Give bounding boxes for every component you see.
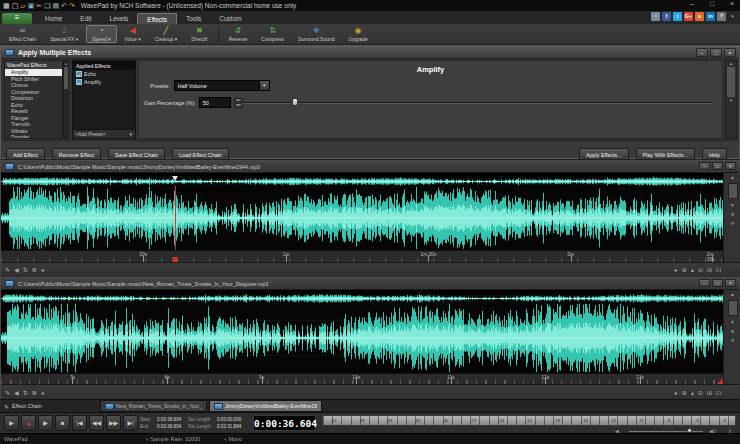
scroll-down-icon[interactable]: ▼: [730, 202, 735, 208]
effects-panel-scrollbar[interactable]: ▲ ▼: [725, 60, 737, 139]
ribbon-reverse-button[interactable]: ⇵Reverse: [223, 25, 254, 43]
facebook-icon[interactable]: f: [662, 12, 671, 21]
applied-effect-row[interactable]: ✓Amplify: [73, 78, 135, 86]
zoom-in-icon[interactable]: ⊕: [682, 266, 687, 273]
minimize-button[interactable]: –: [699, 279, 710, 287]
skip-to-end-button[interactable]: ▶|: [123, 415, 138, 431]
scroll-up-icon[interactable]: ▲: [64, 61, 68, 66]
zoom-full-icon[interactable]: ⊞: [707, 266, 712, 273]
share-icon[interactable]: a: [695, 12, 704, 21]
sample-rate[interactable]: Sample Rate: 32000: [150, 436, 222, 442]
applied-effects-list[interactable]: Applied Effects ✓Echo✓Amplify <Add Prese…: [72, 60, 136, 139]
ribbon-compress-button[interactable]: ⇅Compress: [255, 25, 290, 43]
zoom-out-icon[interactable]: ⊖: [698, 389, 703, 396]
scroll-thumb[interactable]: [728, 300, 738, 316]
channel-up-down-icon[interactable]: ⇅: [23, 266, 28, 273]
twitter-icon[interactable]: t: [673, 12, 682, 21]
track1-waveform[interactable]: [1, 186, 723, 250]
maximize-button[interactable]: □: [712, 279, 723, 287]
levels-list-icon[interactable]: ≣: [32, 266, 37, 273]
minimize-button[interactable]: –: [686, 0, 698, 7]
maximize-button[interactable]: □: [712, 162, 723, 170]
vertical-zoom-in-icon[interactable]: ⊕: [730, 211, 734, 217]
scroll-thumb[interactable]: [64, 67, 68, 89]
scroll-down-icon[interactable]: ▼: [729, 98, 733, 103]
fast-forward-button[interactable]: ▶▶: [106, 415, 121, 431]
copy-icon[interactable]: ❏: [44, 1, 50, 10]
ribbon-voice-button[interactable]: ◀Voice ▾: [119, 25, 147, 43]
presets-dropdown[interactable]: Half Volume ▼: [174, 80, 270, 91]
checkbox-checked-icon[interactable]: ✓: [76, 71, 82, 77]
minimize-button[interactable]: –: [696, 48, 708, 57]
cursor-play-icon[interactable]: ▸: [675, 266, 678, 273]
checkbox-checked-icon[interactable]: ✓: [76, 79, 82, 85]
scroll-thumb[interactable]: [727, 67, 735, 97]
cut-icon[interactable]: ✂: [36, 1, 42, 10]
open-folder-icon[interactable]: ▱: [20, 1, 25, 10]
zoom-selection-icon[interactable]: ⊡: [716, 266, 721, 273]
zoom-selection-icon[interactable]: ⊡: [716, 389, 721, 396]
vertical-zoom-out-icon[interactable]: ⊖: [730, 337, 734, 343]
main-menu-button[interactable]: ≡: [2, 13, 32, 24]
gain-value-input[interactable]: 50: [199, 97, 231, 108]
draw-tool-icon[interactable]: ✎: [5, 266, 10, 273]
scroll-up-icon[interactable]: ▲: [729, 61, 733, 66]
ribbon-upgrade-button[interactable]: ◉Upgrade: [343, 25, 374, 43]
track2-waveform[interactable]: [1, 303, 723, 373]
close-button[interactable]: ×: [724, 48, 736, 57]
scroll-down-icon[interactable]: ▼: [730, 319, 735, 325]
track1-titlebar[interactable]: C:\Users\Public\Music\Sample Music\Sampl…: [1, 161, 739, 173]
zoom-slider-icon[interactable]: ▴: [691, 389, 694, 396]
zoom-full-icon[interactable]: ⊞: [707, 389, 712, 396]
effects-window-titlebar[interactable]: Apply Multiple Effects –□×: [1, 46, 739, 59]
file-tab[interactable]: New_Roman_Times_Smoke_In_Your_: [100, 400, 207, 412]
channel-mode[interactable]: Mono: [229, 436, 243, 442]
track2-overview-strip[interactable]: [1, 290, 723, 302]
menu-tab-levels[interactable]: Levels: [101, 13, 138, 24]
zoom-out-icon[interactable]: ⊖: [698, 266, 703, 273]
draw-tool-icon[interactable]: ✎: [5, 389, 10, 396]
spin-down-icon[interactable]: ▼: [234, 103, 243, 108]
minimize-button[interactable]: –: [699, 162, 710, 170]
close-button[interactable]: ×: [725, 162, 736, 170]
menu-tab-effects[interactable]: Effects: [137, 13, 177, 24]
effects-library-scrollbar[interactable]: ▲: [63, 60, 69, 139]
record-button[interactable]: ●: [21, 415, 36, 431]
stop-button[interactable]: ■: [55, 415, 70, 431]
zoom-in-icon[interactable]: ⊕: [682, 389, 687, 396]
ribbon-cleanup-button[interactable]: ╱Cleanup ▾: [149, 25, 184, 43]
vertical-zoom-out-icon[interactable]: ⊖: [730, 220, 734, 226]
ribbon-speed-button[interactable]: ◔Speed ▾: [86, 25, 116, 43]
play-with-effects-button[interactable]: ▶: [38, 415, 53, 431]
redo-icon[interactable]: ↷: [69, 1, 75, 10]
track2-vertical-scrollbar[interactable]: ▲▼⊕⊖: [723, 290, 740, 384]
paste-icon[interactable]: ▤: [52, 1, 59, 10]
google-plus-icon[interactable]: G+: [684, 12, 693, 21]
help-icon[interactable]: ?: [717, 12, 726, 21]
undo-icon[interactable]: ↶: [61, 1, 67, 10]
save-icon[interactable]: ▣: [28, 1, 35, 10]
menu-tab-home[interactable]: Home: [36, 13, 71, 24]
chevron-down-icon[interactable]: ▼: [259, 81, 269, 90]
add-preset-dropdown[interactable]: <Add Preset> ▼: [73, 129, 135, 138]
track1-vertical-scrollbar[interactable]: ▲▼⊕⊖: [723, 173, 740, 262]
track1-overview-strip[interactable]: [1, 173, 723, 185]
menu-tab-edit[interactable]: Edit: [71, 13, 100, 24]
levels-list-icon[interactable]: ≣: [32, 389, 37, 396]
close-button[interactable]: ×: [725, 279, 736, 287]
skip-to-start-button[interactable]: |◀: [72, 415, 87, 431]
rewind-button[interactable]: ◀◀: [89, 415, 104, 431]
cursor-play-icon[interactable]: ▸: [675, 389, 678, 396]
file-tab[interactable]: JimmyDorseyVmildredBailey-EverMine19: [209, 400, 322, 412]
more-arrow-icon[interactable]: ▾: [728, 12, 737, 21]
effect-chain-dock-tab[interactable]: ✎ Effect Chain: [4, 403, 100, 410]
mail-icon[interactable]: in: [706, 12, 715, 21]
collapse-icon[interactable]: ◂: [41, 389, 44, 396]
ribbon-surround-sound-button[interactable]: ❖Surround Sound: [292, 25, 340, 43]
scroll-thumb[interactable]: [728, 183, 738, 199]
maximize-button[interactable]: □: [710, 48, 722, 57]
effects-library-list[interactable]: WavePad Effects AmplifyPitch ShifterChor…: [4, 60, 63, 139]
play-button[interactable]: ▶: [4, 415, 19, 431]
gain-slider-thumb[interactable]: [292, 98, 298, 106]
menu-grid-icon[interactable]: ▦: [3, 1, 10, 10]
